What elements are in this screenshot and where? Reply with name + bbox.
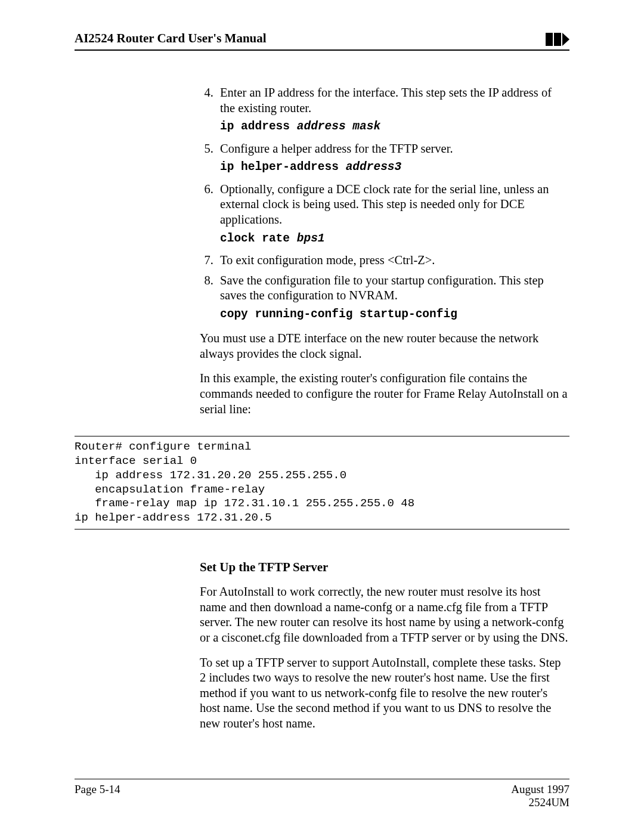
page: AI2524 Router Card User's Manual Enter a… — [0, 0, 644, 833]
footer-page-number: Page 5-14 — [75, 783, 120, 809]
cmd-keyword: copy running-config startup-config — [220, 308, 457, 321]
cmd-arg: bps1 — [297, 232, 325, 245]
header-title: AI2524 Router Card User's Manual — [75, 31, 267, 46]
section-heading: Set Up the TFTP Server — [200, 559, 569, 575]
page-header: AI2524 Router Card User's Manual — [75, 31, 569, 51]
cmd-keyword: clock rate — [220, 232, 290, 245]
section-paragraph-2: To set up a TFTP server to support AutoI… — [200, 655, 569, 732]
step-8-text: Save the configuration file to your star… — [220, 273, 569, 304]
footer-docnum: 2524UM — [511, 796, 569, 809]
step-4: Enter an IP address for the interface. T… — [216, 85, 569, 134]
cmd-keyword: ip address — [220, 120, 290, 133]
footer-date: August 1997 — [511, 783, 569, 796]
body-paragraph-1: You must use a DTE interface on the new … — [200, 331, 569, 361]
body-paragraph-2: In this example, the existing router's c… — [200, 371, 569, 417]
divider-top — [75, 436, 569, 436]
step-6: Optionally, configure a DCE clock rate f… — [216, 182, 569, 246]
step-6-text: Optionally, configure a DCE clock rate f… — [220, 182, 569, 228]
step-6-command: clock rate bps1 — [220, 231, 569, 246]
cmd-arg: address mask — [297, 120, 380, 133]
step-5-text: Configure a helper address for the TFTP … — [220, 141, 569, 157]
divider-bottom — [75, 529, 569, 529]
step-8: Save the configuration file to your star… — [216, 273, 569, 322]
footer-row: Page 5-14 August 1997 2524UM — [75, 779, 569, 809]
step-4-command: ip address address mask — [220, 119, 569, 134]
svg-rect-0 — [546, 33, 553, 46]
step-4-text: Enter an IP address for the interface. T… — [220, 85, 569, 116]
footer-right: August 1997 2524UM — [511, 783, 569, 809]
step-8-command: copy running-config startup-config — [220, 307, 569, 321]
step-5-command: ip helper-address address3 — [220, 160, 569, 174]
section-paragraph-1: For AutoInstall to work correctly, the n… — [200, 584, 569, 646]
svg-rect-1 — [554, 33, 561, 46]
page-footer: Page 5-14 August 1997 2524UM — [75, 779, 569, 809]
step-list: Enter an IP address for the interface. T… — [200, 85, 569, 321]
brand-logo-icon — [546, 33, 569, 46]
cmd-arg: address3 — [346, 160, 402, 174]
step-5: Configure a helper address for the TFTP … — [216, 141, 569, 175]
page-content: Enter an IP address for the interface. T… — [75, 85, 569, 732]
code-example: Router# configure terminal interface ser… — [75, 436, 569, 529]
step-7-text: To exit configuration mode, press <Ctrl-… — [220, 253, 569, 268]
step-7: To exit configuration mode, press <Ctrl-… — [216, 253, 569, 268]
code-block: Router# configure terminal interface ser… — [75, 440, 569, 525]
cmd-keyword: ip helper-address — [220, 160, 339, 174]
